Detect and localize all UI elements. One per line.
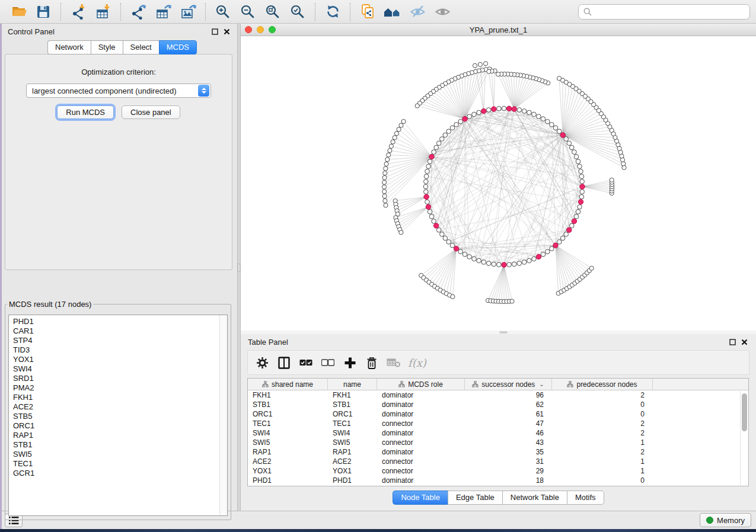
graph-node[interactable] <box>510 299 514 303</box>
graph-node[interactable] <box>415 104 419 108</box>
graph-node[interactable] <box>388 149 392 153</box>
table-row[interactable]: PHD1PHD1dominator180 <box>248 476 748 485</box>
table-row[interactable]: YOX1YOX1connector291 <box>248 466 748 476</box>
graph-hub-node[interactable] <box>426 204 430 209</box>
graph-node[interactable] <box>382 185 386 189</box>
graph-node[interactable] <box>383 171 387 175</box>
graph-node[interactable] <box>564 137 569 142</box>
graph-node[interactable] <box>458 249 463 254</box>
tab-edge-table[interactable]: Edge Table <box>448 491 502 505</box>
close-panel-icon[interactable] <box>222 27 231 36</box>
graph-node[interactable] <box>517 108 522 113</box>
graph-node[interactable] <box>451 294 455 299</box>
graph-node[interactable] <box>424 180 429 184</box>
table-row[interactable]: FKH1FKH1dominator962 <box>248 390 748 400</box>
deselect-all-rows-icon[interactable] <box>319 354 337 371</box>
graph-node[interactable] <box>425 169 430 174</box>
graph-node[interactable] <box>574 214 579 219</box>
graph-node[interactable] <box>557 240 562 245</box>
result-node-item[interactable]: ACE2 <box>13 402 219 412</box>
graph-hub-node[interactable] <box>462 117 467 121</box>
first-neighbors-icon[interactable] <box>382 2 403 21</box>
graph-node[interactable] <box>550 246 554 251</box>
graph-node[interactable] <box>384 203 388 207</box>
duplicate-network-icon[interactable] <box>358 2 378 21</box>
graph-node[interactable] <box>401 119 406 123</box>
graph-node[interactable] <box>450 243 455 248</box>
graph-hub-node[interactable] <box>512 107 516 111</box>
open-file-icon[interactable] <box>8 2 28 21</box>
graph-node[interactable] <box>527 258 532 263</box>
result-node-item[interactable]: YOX1 <box>13 355 219 364</box>
graph-node[interactable] <box>382 175 387 180</box>
graph-node[interactable] <box>564 232 569 237</box>
graph-node[interactable] <box>527 110 532 115</box>
result-node-item[interactable]: PHD1 <box>13 317 219 326</box>
column-header-shared-name[interactable]: shared name <box>248 379 328 390</box>
network-window-titlebar[interactable]: YPA_prune.txt_1 <box>241 24 756 36</box>
table-scrollbar[interactable] <box>740 391 748 485</box>
column-header-name[interactable]: name <box>328 379 377 390</box>
graph-node[interactable] <box>541 117 546 121</box>
graph-node[interactable] <box>522 260 527 265</box>
graph-node[interactable] <box>477 110 481 115</box>
result-node-item[interactable]: STP4 <box>13 336 219 345</box>
export-table-icon[interactable] <box>153 2 173 21</box>
graph-hub-node[interactable] <box>572 219 576 223</box>
graph-node[interactable] <box>458 119 463 124</box>
graph-node[interactable] <box>576 159 580 164</box>
graph-node[interactable] <box>391 140 395 144</box>
graph-node[interactable] <box>436 141 441 146</box>
graph-node[interactable] <box>383 198 387 203</box>
tab-node-table[interactable]: Node Table <box>393 491 448 505</box>
float-panel-icon[interactable] <box>728 338 737 347</box>
graph-node[interactable] <box>426 164 431 169</box>
add-column-icon[interactable] <box>341 354 359 371</box>
graph-node[interactable] <box>522 109 527 114</box>
graph-node[interactable] <box>443 236 448 241</box>
graph-node[interactable] <box>557 76 562 81</box>
graph-node[interactable] <box>477 258 481 263</box>
graph-node[interactable] <box>622 165 626 169</box>
graph-hub-node[interactable] <box>502 262 506 267</box>
graph-node[interactable] <box>578 204 582 209</box>
memory-button[interactable]: Memory <box>700 513 751 527</box>
export-image-icon[interactable] <box>178 2 198 21</box>
graph-node[interactable] <box>424 190 429 194</box>
graph-node[interactable] <box>472 112 477 117</box>
graph-node[interactable] <box>385 158 390 162</box>
graph-node[interactable] <box>397 127 401 132</box>
tab-select[interactable]: Select <box>123 40 159 55</box>
graph-node[interactable] <box>507 262 512 267</box>
graph-node[interactable] <box>462 252 467 257</box>
result-node-item[interactable]: GCR1 <box>13 469 219 478</box>
graph-node[interactable] <box>492 262 496 267</box>
zoom-out-icon[interactable] <box>238 2 258 21</box>
graph-node[interactable] <box>434 145 439 150</box>
export-network-icon[interactable] <box>128 2 148 21</box>
graph-hub-node[interactable] <box>553 243 558 248</box>
graph-hub-node[interactable] <box>560 133 565 137</box>
graph-node[interactable] <box>560 236 565 241</box>
graph-node[interactable] <box>502 106 506 111</box>
save-session-icon[interactable] <box>33 2 53 21</box>
float-panel-icon[interactable] <box>210 27 219 36</box>
table-row[interactable]: ORC1ORC1dominator610 <box>248 409 748 419</box>
scrollbar-thumb[interactable] <box>742 393 747 431</box>
column-header-predecessor-nodes[interactable]: predecessor nodes <box>552 379 653 390</box>
tab-motifs[interactable]: Motifs <box>567 491 604 505</box>
graph-node[interactable] <box>487 69 491 73</box>
refresh-icon[interactable] <box>323 2 343 21</box>
graph-node[interactable] <box>429 214 434 219</box>
graph-node[interactable] <box>567 141 572 146</box>
graph-node[interactable] <box>572 150 577 155</box>
delete-columns-icon[interactable] <box>363 354 381 371</box>
graph-hub-node[interactable] <box>580 184 585 189</box>
graph-node[interactable] <box>382 194 387 198</box>
graph-node[interactable] <box>610 178 614 182</box>
graph-node[interactable] <box>467 114 472 119</box>
import-network-icon[interactable] <box>68 2 88 21</box>
graph-node[interactable] <box>450 126 455 130</box>
zoom-selected-icon[interactable] <box>288 2 308 21</box>
result-node-item[interactable]: FKH1 <box>13 393 219 402</box>
